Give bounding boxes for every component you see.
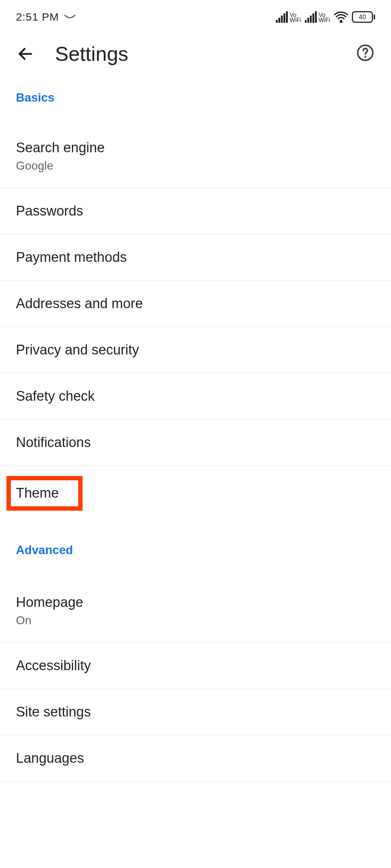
status-time: 2:51 PM: [16, 11, 59, 23]
status-bar: 2:51 PM Vo WiFi Vo WiFi: [0, 0, 391, 33]
item-title: Safety check: [16, 388, 375, 404]
section-header-basics: Basics: [0, 83, 391, 116]
item-title: Homepage: [16, 595, 375, 610]
svg-point-0: [340, 20, 342, 22]
page-title: Settings: [55, 42, 337, 65]
wifi-text: WiFi: [319, 18, 330, 23]
vowifi-label-1: Vo WiFi: [290, 13, 301, 23]
arrow-back-icon: [17, 45, 34, 63]
signal-vowifi-2: Vo WiFi: [305, 11, 330, 23]
status-left: 2:51 PM: [16, 11, 76, 23]
settings-item-theme[interactable]: Theme: [0, 466, 391, 511]
item-title: Passwords: [16, 203, 375, 219]
settings-item-accessibility[interactable]: Accessibility: [0, 643, 391, 689]
item-title: Site settings: [16, 704, 375, 720]
curve-icon: [64, 14, 76, 20]
item-title: Privacy and security: [16, 342, 375, 358]
signal-vowifi-1: Vo WiFi: [276, 11, 301, 23]
settings-item-payment-methods[interactable]: Payment methods: [0, 234, 391, 281]
item-subtitle: On: [16, 614, 375, 627]
status-right: Vo WiFi Vo WiFi 40: [276, 11, 375, 23]
settings-item-homepage[interactable]: Homepage On: [0, 571, 391, 643]
item-title: Accessibility: [16, 658, 375, 673]
settings-item-languages[interactable]: Languages: [0, 735, 391, 782]
wifi-text: WiFi: [290, 18, 301, 23]
app-header: Settings: [0, 33, 391, 83]
item-title: Search engine: [16, 140, 375, 156]
settings-item-safety-check[interactable]: Safety check: [0, 373, 391, 420]
item-title: Theme: [16, 485, 59, 501]
settings-item-search-engine[interactable]: Search engine Google: [0, 116, 391, 188]
signal-bars-icon: [305, 11, 317, 23]
svg-point-2: [365, 56, 366, 58]
item-title: Payment methods: [16, 250, 375, 265]
signal-bars-icon: [276, 11, 288, 23]
wifi-icon: [334, 11, 348, 23]
battery-level: 40: [352, 11, 373, 23]
item-title: Notifications: [16, 435, 375, 450]
help-button[interactable]: [356, 44, 377, 64]
vowifi-label-2: Vo WiFi: [319, 13, 330, 23]
item-title: Addresses and more: [16, 296, 375, 311]
settings-item-passwords[interactable]: Passwords: [0, 188, 391, 234]
item-title: Languages: [16, 750, 375, 766]
settings-item-site-settings[interactable]: Site settings: [0, 689, 391, 735]
item-subtitle: Google: [16, 159, 375, 173]
settings-item-privacy-security[interactable]: Privacy and security: [0, 327, 391, 373]
back-button[interactable]: [14, 43, 36, 65]
battery-indicator: 40: [352, 11, 375, 23]
highlight-box: Theme: [7, 476, 83, 511]
section-header-advanced: Advanced: [0, 511, 391, 571]
settings-item-addresses[interactable]: Addresses and more: [0, 281, 391, 327]
settings-item-notifications[interactable]: Notifications: [0, 420, 391, 466]
help-icon: [356, 44, 374, 62]
